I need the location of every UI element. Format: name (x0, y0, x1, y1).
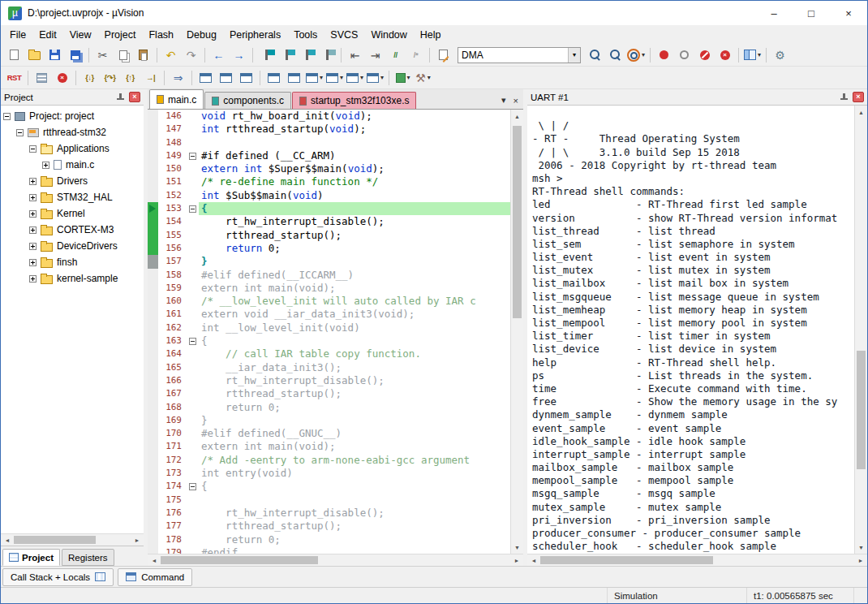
configure-button[interactable]: ⚙ (771, 45, 789, 65)
execution-margin[interactable] (148, 110, 158, 123)
menu-window[interactable]: Window (364, 27, 413, 43)
memory-window-button[interactable]: ▾ (325, 68, 344, 88)
collapse-icon[interactable] (16, 129, 24, 136)
execution-margin[interactable] (148, 414, 158, 427)
pin-icon[interactable] (116, 93, 125, 101)
scroll-left-icon[interactable] (527, 554, 540, 566)
execution-margin[interactable] (148, 427, 158, 440)
execution-margin[interactable] (148, 202, 158, 215)
execution-margin[interactable] (148, 520, 158, 533)
execution-margin[interactable] (148, 533, 158, 546)
bookmark-clear-button[interactable] (318, 45, 337, 65)
save-button[interactable] (45, 45, 64, 65)
scroll-track[interactable] (161, 554, 510, 566)
menu-flash[interactable]: Flash (142, 27, 180, 43)
execution-margin[interactable] (148, 242, 158, 255)
find-in-files-button[interactable] (434, 45, 453, 65)
paste-button[interactable] (134, 45, 153, 65)
expand-icon[interactable] (29, 178, 37, 185)
uncomment-button[interactable]: /* (406, 45, 425, 65)
redo-button[interactable]: ↷ (182, 45, 200, 65)
execution-margin[interactable] (148, 374, 158, 387)
step-over-button[interactable]: {↷} (101, 68, 119, 88)
new-file-button[interactable] (5, 45, 24, 65)
fold-minus-icon[interactable] (189, 205, 196, 213)
scroll-track[interactable] (855, 119, 867, 541)
pin-icon[interactable] (840, 93, 849, 101)
tree-item-kernel[interactable]: Kernel (1, 205, 144, 222)
close-icon[interactable] (129, 92, 140, 102)
find-in-files-badge-button[interactable]: ▾ (626, 45, 646, 65)
execution-margin[interactable] (148, 347, 158, 360)
menu-debug[interactable]: Debug (180, 27, 223, 43)
expand-icon[interactable] (29, 275, 37, 283)
bookmark-next-button[interactable] (298, 45, 316, 65)
insert-breakpoint-button[interactable] (655, 45, 673, 65)
code-editor[interactable]: 146void rt_hw_board_init(void);147int rt… (148, 110, 510, 554)
scroll-right-icon[interactable] (854, 554, 867, 566)
stop-button[interactable] (53, 68, 71, 88)
editor-tab-startup-stm32f103xe-s[interactable]: startup_stm32f103xe.s (292, 92, 416, 109)
execution-margin[interactable] (148, 215, 158, 228)
docked-tab-command[interactable]: Command (118, 568, 192, 586)
scroll-right-icon[interactable] (510, 554, 523, 566)
execution-margin[interactable] (148, 387, 158, 400)
execution-margin[interactable] (148, 361, 158, 374)
execution-margin[interactable] (148, 189, 158, 202)
open-file-button[interactable] (25, 45, 44, 65)
uart-terminal[interactable]: \ | /- RT - Thread Operating System / | … (527, 106, 867, 554)
search-combo-input[interactable] (458, 48, 568, 63)
scroll-down-icon[interactable] (855, 541, 867, 554)
execution-margin[interactable] (148, 123, 158, 136)
execution-margin[interactable] (148, 494, 158, 507)
menu-view[interactable]: View (63, 27, 98, 43)
editor-tab-main-c[interactable]: main.c (149, 89, 204, 109)
comment-button[interactable]: // (386, 45, 405, 65)
execution-margin[interactable] (148, 401, 158, 414)
menu-svcs[interactable]: SVCS (324, 27, 364, 43)
execution-margin[interactable] (148, 162, 158, 175)
scroll-thumb[interactable] (14, 536, 96, 544)
close-icon[interactable] (853, 92, 864, 102)
step-out-button[interactable]: {↑} (121, 68, 140, 88)
scroll-track[interactable] (14, 534, 131, 546)
scroll-left-icon[interactable] (1, 534, 14, 546)
fold-minus-icon[interactable] (189, 153, 196, 160)
disable-breakpoint-button[interactable] (675, 45, 694, 65)
tree-item-drivers[interactable]: Drivers (1, 173, 144, 189)
menu-peripherals[interactable]: Peripherals (223, 27, 287, 43)
project-tree-horizontal-scrollbar[interactable] (1, 533, 144, 546)
execution-margin[interactable] (148, 507, 158, 520)
scroll-left-icon[interactable] (148, 554, 161, 566)
expand-icon[interactable] (42, 162, 49, 169)
execution-margin[interactable] (148, 269, 158, 282)
navigate-back-button[interactable]: ← (209, 45, 228, 65)
execution-margin[interactable] (148, 546, 158, 554)
execution-margin[interactable] (148, 149, 158, 162)
execution-margin[interactable] (148, 334, 158, 347)
execution-margin[interactable] (148, 295, 158, 308)
menu-help[interactable]: Help (414, 27, 448, 43)
editor-horizontal-scrollbar[interactable] (148, 554, 523, 566)
undo-button[interactable]: ↶ (161, 45, 180, 65)
execution-margin[interactable] (148, 308, 158, 321)
kill-all-breakpoints-button[interactable] (715, 45, 734, 65)
reset-button[interactable]: RST (5, 68, 24, 88)
execution-margin[interactable] (148, 467, 158, 480)
tree-item-kernel-sample[interactable]: kernel-sample (1, 270, 144, 287)
workspace-tab-project[interactable]: Project (2, 549, 60, 566)
menu-file[interactable]: File (3, 27, 32, 43)
tree-item-project-project[interactable]: Project: project (1, 108, 144, 124)
scroll-thumb[interactable] (857, 351, 866, 469)
fold-minus-icon[interactable] (189, 338, 196, 345)
run-button[interactable] (32, 68, 51, 88)
scroll-right-icon[interactable] (131, 534, 144, 546)
scroll-up-icon[interactable] (855, 106, 867, 119)
execution-margin[interactable] (148, 229, 158, 242)
menu-tools[interactable]: Tools (287, 27, 324, 43)
search-combo-dropdown-icon[interactable]: ▾ (568, 48, 580, 63)
scroll-track[interactable] (540, 554, 854, 566)
scroll-up-icon[interactable] (511, 110, 523, 123)
execution-margin[interactable] (148, 321, 158, 334)
symbol-window-button[interactable] (237, 68, 256, 88)
